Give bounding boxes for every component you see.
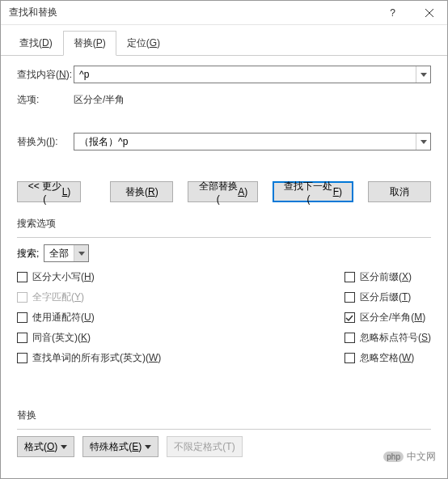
ignore-punct-checkbox[interactable]: 忽略标点符号(S) <box>344 331 431 345</box>
checkbox-box <box>17 292 27 303</box>
options-label: 选项: <box>17 93 74 107</box>
checkbox-box <box>344 312 355 323</box>
search-direction-dropdown-button[interactable] <box>74 245 88 261</box>
find-next-button[interactable]: 查找下一处(F) <box>273 181 353 202</box>
checkbox-box <box>344 353 355 363</box>
find-row: 查找内容(N): <box>17 66 431 83</box>
checkbox-box <box>344 333 355 343</box>
search-direction-select[interactable]: 全部 <box>44 244 89 262</box>
replace-dropdown-button[interactable] <box>416 134 430 150</box>
replace-combo[interactable] <box>74 133 431 150</box>
search-direction-row: 搜索; 全部 <box>17 244 431 262</box>
close-icon <box>425 9 433 17</box>
dialog-window: 查找和替换 ? 查找(D) 替换(P) 定位(G) 查找内容(N): 选项: 区… <box>0 0 448 479</box>
dialog-content: 查找内容(N): 选项: 区分全/半角 替换为(I): << 更少(L) 替换(… <box>1 56 447 478</box>
whole-word-checkbox: 全字匹配(Y) <box>17 290 161 304</box>
close-button[interactable] <box>411 1 447 25</box>
full-half-checkbox[interactable]: 区分全/半角(M) <box>344 311 431 324</box>
bottom-label: 替换 <box>17 409 431 430</box>
chevron-down-icon <box>421 140 427 144</box>
match-case-checkbox[interactable]: 区分大小写(H) <box>17 270 161 284</box>
replace-row: 替换为(I): <box>17 133 431 150</box>
find-dropdown-button[interactable] <box>416 66 430 83</box>
search-direction-label: 搜索; <box>17 247 39 261</box>
checkbox-box <box>344 272 355 282</box>
tab-goto[interactable]: 定位(G) <box>116 31 171 56</box>
caret-down-icon <box>61 445 67 449</box>
ignore-space-checkbox[interactable]: 忽略空格(W) <box>344 351 431 365</box>
caret-down-icon <box>145 445 151 449</box>
no-format-button: 不限定格式(T) <box>167 436 242 457</box>
bottom-buttons: 格式(O) 特殊格式(E) 不限定格式(T) <box>17 436 431 457</box>
find-combo[interactable] <box>74 66 431 83</box>
checkbox-box <box>17 333 27 343</box>
chevron-down-icon <box>78 252 85 256</box>
bottom-section: 替换 格式(O) 特殊格式(E) 不限定格式(T) <box>17 409 431 468</box>
replace-button[interactable]: 替换(R) <box>110 181 173 202</box>
tab-replace[interactable]: 替换(P) <box>63 31 116 56</box>
format-button[interactable]: 格式(O) <box>17 436 74 457</box>
watermark-text: 中文网 <box>407 450 436 464</box>
prefix-checkbox[interactable]: 区分前缀(X) <box>344 270 431 284</box>
tab-find[interactable]: 查找(D) <box>9 31 63 56</box>
action-buttons: << 更少(L) 替换(R) 全部替换(A) 查找下一处(F) 取消 <box>17 181 431 202</box>
find-input[interactable] <box>74 66 416 83</box>
options-value: 区分全/半角 <box>74 93 125 107</box>
checkbox-box <box>17 272 27 282</box>
options-row: 选项: 区分全/半角 <box>17 93 431 107</box>
less-button[interactable]: << 更少(L) <box>17 181 81 202</box>
special-format-button[interactable]: 特殊格式(E) <box>82 436 158 457</box>
help-button[interactable]: ? <box>374 1 411 25</box>
search-direction-value: 全部 <box>44 247 74 261</box>
checkbox-columns: 区分大小写(H) 全字匹配(Y) 使用通配符(U) 同音(英文)(K) 查找单词… <box>17 270 431 365</box>
titlebar: 查找和替换 ? <box>1 1 447 25</box>
replace-all-button[interactable]: 全部替换(A) <box>188 181 258 202</box>
window-title: 查找和替换 <box>1 6 374 19</box>
suffix-checkbox[interactable]: 区分后缀(T) <box>344 290 431 304</box>
checkbox-right-column: 区分前缀(X) 区分后缀(T) 区分全/半角(M) 忽略标点符号(S) 忽略空格… <box>344 270 431 365</box>
search-options-label: 搜索选项 <box>17 217 431 238</box>
replace-input[interactable] <box>74 134 416 150</box>
wildcards-checkbox[interactable]: 使用通配符(U) <box>17 311 161 324</box>
word-forms-checkbox[interactable]: 查找单词的所有形式(英文)(W) <box>17 351 161 365</box>
sounds-like-checkbox[interactable]: 同音(英文)(K) <box>17 331 161 345</box>
checkbox-box <box>17 353 27 363</box>
cancel-button[interactable]: 取消 <box>368 181 431 202</box>
replace-label: 替换为(I): <box>17 135 74 149</box>
checkbox-left-column: 区分大小写(H) 全字匹配(Y) 使用通配符(U) 同音(英文)(K) 查找单词… <box>17 270 161 365</box>
watermark-logo: php <box>383 451 404 462</box>
checkbox-box <box>344 292 355 303</box>
checkbox-box <box>17 312 27 323</box>
chevron-down-icon <box>421 73 427 77</box>
watermark: php 中文网 <box>383 450 436 464</box>
tab-bar: 查找(D) 替换(P) 定位(G) <box>1 25 447 56</box>
find-label: 查找内容(N): <box>17 68 74 82</box>
